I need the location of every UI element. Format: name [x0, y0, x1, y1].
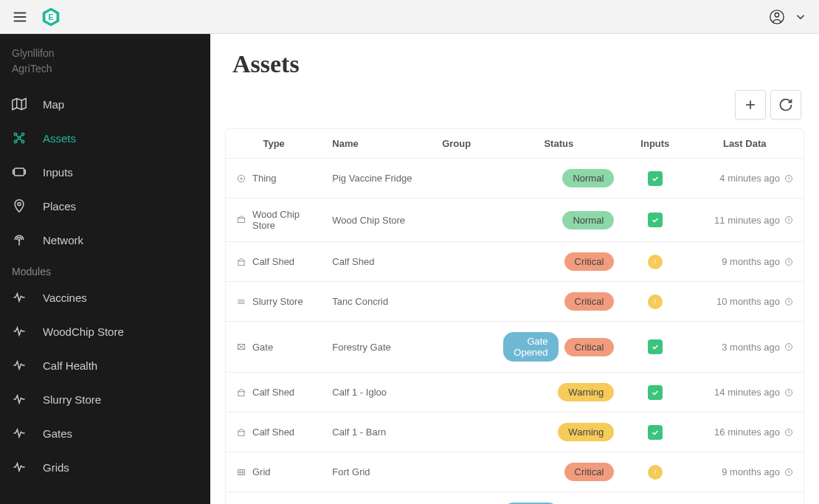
- dropdown-icon[interactable]: [794, 10, 807, 24]
- header-group[interactable]: Group: [432, 129, 493, 159]
- last-data-text: 11 minutes ago: [714, 215, 780, 226]
- sidebar-item-network[interactable]: Network: [0, 223, 210, 257]
- sidebar-item-places[interactable]: Places: [0, 189, 210, 223]
- svg-point-15: [18, 137, 20, 139]
- type-slurry-icon: [236, 297, 246, 307]
- type-label: Gate: [252, 342, 273, 353]
- name-cell: Forestry Gate: [322, 322, 432, 373]
- sidebar-module-woodchip-store[interactable]: WoodChip Store: [0, 314, 210, 348]
- sidebar-module-calf-health[interactable]: Calf Health: [0, 348, 210, 382]
- page-title: Assets: [210, 34, 819, 86]
- refresh-button[interactable]: [770, 90, 801, 120]
- name-cell: Fort Grid: [322, 452, 432, 492]
- input-ok-icon: [648, 213, 663, 227]
- clock-icon: [784, 258, 793, 266]
- sidebar-item-map[interactable]: Map: [0, 87, 210, 121]
- svg-rect-34: [654, 260, 655, 263]
- type-cell: Calf Shed: [236, 387, 311, 398]
- last-data-text: 14 minutes ago: [714, 387, 780, 398]
- type-thing-icon: [236, 173, 246, 184]
- type-cell: Gate: [236, 342, 311, 353]
- status-cell: Warning: [503, 423, 614, 441]
- header-status[interactable]: Status: [493, 129, 624, 159]
- table-row[interactable]: Slurry Store Tanc Concrid Critical 10 mo…: [226, 282, 804, 322]
- table-row[interactable]: Calf Shed Calf 1 - Barn Warning 16 minut…: [226, 412, 804, 452]
- pulse-icon: [12, 426, 27, 441]
- topbar: E: [0, 0, 819, 34]
- sidebar-item-label: Network: [43, 234, 83, 246]
- svg-rect-55: [654, 470, 655, 473]
- pulse-icon: [12, 324, 27, 339]
- group-cell: [432, 242, 493, 282]
- header-type[interactable]: Type: [226, 129, 322, 159]
- logo-icon[interactable]: E: [40, 6, 62, 28]
- header-last[interactable]: Last Data: [685, 129, 804, 159]
- svg-point-23: [18, 202, 21, 205]
- status-badge-critical: Critical: [564, 463, 615, 481]
- topbar-left: E: [12, 6, 62, 28]
- sidebar: Glynllifon AgriTech MapAssetsInputsPlace…: [0, 34, 210, 504]
- inputs-cell: [624, 159, 685, 199]
- org-line2: AgriTech: [12, 61, 198, 77]
- topbar-right: [769, 9, 807, 25]
- name-cell: Wood Chip Store: [322, 199, 432, 242]
- last-data-text: 16 minutes ago: [714, 427, 780, 438]
- table-row[interactable]: Gate Main Gate Gate OpenedCritical 2 hou…: [226, 492, 804, 505]
- user-icon[interactable]: [769, 9, 785, 25]
- last-data-text: 3 months ago: [722, 342, 780, 353]
- name-cell: Calf 1 - Barn: [322, 412, 432, 452]
- group-cell: [432, 282, 493, 322]
- status-cell: Critical: [503, 463, 614, 481]
- last-data-cell: 9 months ago: [696, 256, 793, 267]
- group-cell: [432, 373, 493, 412]
- inputs-icon: [12, 165, 27, 179]
- svg-rect-49: [238, 431, 244, 435]
- sidebar-item-label: Vaccines: [43, 291, 87, 304]
- svg-text:E: E: [48, 12, 54, 21]
- sidebar-module-gates[interactable]: Gates: [0, 416, 210, 450]
- header-name[interactable]: Name: [322, 129, 432, 159]
- header-inputs[interactable]: Inputs: [624, 129, 685, 159]
- menu-icon[interactable]: [12, 9, 28, 25]
- table-row[interactable]: Gate Forestry Gate Gate OpenedCritical 3…: [226, 322, 804, 373]
- type-shed-icon: [236, 257, 246, 267]
- map-icon: [12, 97, 27, 111]
- last-data-cell: 3 months ago: [696, 342, 793, 353]
- last-data-cell: 16 minutes ago: [696, 427, 793, 438]
- status-badge-critical: Critical: [564, 252, 615, 271]
- type-cell: Calf Shed: [236, 256, 311, 267]
- svg-point-14: [21, 140, 24, 142]
- table-row[interactable]: Calf Shed Calf Shed Critical 9 months ag…: [226, 242, 804, 282]
- sidebar-item-label: WoodChip Store: [43, 325, 124, 338]
- svg-rect-56: [654, 474, 655, 474]
- sidebar-item-label: Slurry Store: [43, 393, 101, 406]
- status-badge-warning: Warning: [558, 423, 614, 441]
- group-cell: [432, 159, 493, 199]
- sidebar-module-slurry-store[interactable]: Slurry Store: [0, 382, 210, 416]
- sidebar-item-label: Gates: [43, 427, 72, 440]
- svg-line-17: [20, 135, 22, 137]
- table-header-row: Type Name Group Status Inputs Last Data: [226, 129, 804, 159]
- add-button[interactable]: [735, 90, 766, 120]
- svg-point-28: [238, 175, 244, 182]
- sidebar-module-grids[interactable]: Grids: [0, 450, 210, 484]
- type-cell: Thing: [236, 173, 311, 184]
- toolbar: [210, 86, 819, 128]
- sidebar-item-assets[interactable]: Assets: [0, 121, 210, 155]
- name-cell: Main Gate: [322, 492, 432, 505]
- status-badge-normal: Normal: [562, 169, 614, 187]
- pulse-icon: [12, 460, 27, 474]
- table-row[interactable]: Calf Shed Calf 1 - Igloo Warning 14 minu…: [226, 373, 804, 412]
- sidebar-item-inputs[interactable]: Inputs: [0, 155, 210, 189]
- table-row[interactable]: Grid Fort Grid Critical 9 months ago: [226, 452, 804, 492]
- table-row[interactable]: Thing Pig Vaccine Fridge Normal 4 minute…: [226, 159, 804, 199]
- svg-line-18: [16, 139, 18, 141]
- sidebar-item-label: Calf Health: [43, 359, 97, 372]
- network-icon: [12, 232, 27, 247]
- places-icon: [12, 199, 27, 213]
- inputs-cell: [624, 412, 685, 452]
- type-cell: Grid: [236, 466, 311, 477]
- sidebar-module-vaccines[interactable]: Vaccines: [0, 280, 210, 314]
- input-ok-icon: [648, 425, 663, 440]
- table-row[interactable]: Wood Chip Store Wood Chip Store Normal 1…: [226, 199, 804, 242]
